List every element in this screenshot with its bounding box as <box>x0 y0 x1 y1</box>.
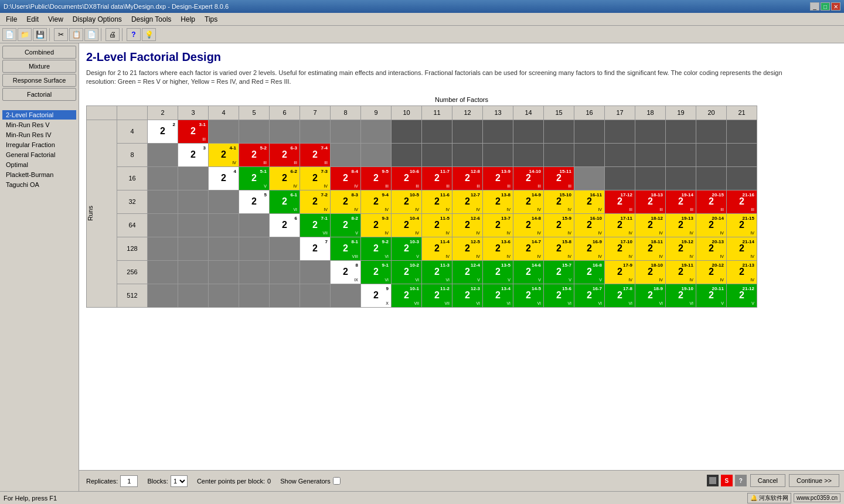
maximize-button[interactable]: □ <box>821 2 830 11</box>
sidebar-item-2level[interactable]: 2-Level Factorial <box>2 110 76 120</box>
toolbar-save[interactable]: 💾 <box>33 28 47 41</box>
cell-16-5[interactable]: 25-1V <box>239 166 270 190</box>
cell-128-18[interactable]: 218-11IV <box>635 237 666 260</box>
cell-512-10[interactable]: 210-1VII <box>392 284 422 307</box>
cell-64-12[interactable]: 212-6IV <box>452 213 483 237</box>
cell-128-15[interactable]: 215-8IV <box>544 237 574 260</box>
cell-256-8[interactable]: 28IX <box>331 260 361 284</box>
cell-512-19[interactable]: 219-10VI <box>666 284 696 307</box>
cell-16-15[interactable]: 215-11III <box>544 166 574 190</box>
menu-edit[interactable]: Edit <box>22 14 43 25</box>
cell-128-12[interactable]: 212-5IV <box>452 237 483 260</box>
cell-8-3[interactable]: 23 <box>178 143 209 166</box>
cell-128-9[interactable]: 29-2VI <box>361 237 392 260</box>
cell-16-14[interactable]: 214-10III <box>513 166 544 190</box>
cell-128-17[interactable]: 217-10IV <box>605 237 635 260</box>
cell-128-13[interactable]: 213-6IV <box>483 237 513 260</box>
cell-512-13[interactable]: 213-4VI <box>483 284 513 307</box>
close-button[interactable]: ✕ <box>831 2 840 11</box>
cell-16-11[interactable]: 211-7III <box>422 166 452 190</box>
cell-64-7[interactable]: 27-1VII <box>300 213 331 237</box>
cell-256-20[interactable]: 220-12IV <box>696 260 727 284</box>
menu-display-options[interactable]: Display Options <box>68 14 127 25</box>
cell-256-11[interactable]: 211-3VI <box>422 260 452 284</box>
cell-32-15[interactable]: 215-10IV <box>544 190 574 213</box>
cell-512-11[interactable]: 211-2VII <box>422 284 452 307</box>
cell-256-15[interactable]: 215-7V <box>544 260 574 284</box>
cell-32-10[interactable]: 210-5IV <box>392 190 422 213</box>
toolbar-icon-1[interactable] <box>707 475 719 486</box>
toolbar-tips[interactable]: 💡 <box>142 28 156 41</box>
cell-128-16[interactable]: 216-9IV <box>574 237 605 260</box>
cell-128-11[interactable]: 211-4IV <box>422 237 452 260</box>
cell-16-13[interactable]: 213-9III <box>483 166 513 190</box>
sidebar-tab-combined[interactable]: Combined <box>2 46 76 59</box>
cell-16-10[interactable]: 210-6III <box>392 166 422 190</box>
cell-512-15[interactable]: 215-6VI <box>544 284 574 307</box>
cell-4-3[interactable]: 23-1III <box>178 120 209 143</box>
cell-256-13[interactable]: 213-5V <box>483 260 513 284</box>
cell-256-17[interactable]: 217-9IV <box>605 260 635 284</box>
cell-128-8[interactable]: 28-1VIII <box>331 237 361 260</box>
cell-64-10[interactable]: 210-4IV <box>392 213 422 237</box>
cell-32-21[interactable]: 221-16III <box>727 190 757 213</box>
cell-64-16[interactable]: 216-10IV <box>574 213 605 237</box>
cell-32-6[interactable]: 26-1VI <box>270 190 300 213</box>
toolbar-icon-2[interactable]: S <box>721 475 733 486</box>
sidebar-item-plackett[interactable]: Plackett-Burman <box>2 170 76 179</box>
cell-64-8[interactable]: 28-2V <box>331 213 361 237</box>
menu-view[interactable]: View <box>43 14 68 25</box>
cell-16-9[interactable]: 29-5III <box>361 166 392 190</box>
menu-design-tools[interactable]: Design Tools <box>127 14 176 25</box>
minimize-button[interactable]: _ <box>810 2 819 11</box>
cell-256-9[interactable]: 29-1VI <box>361 260 392 284</box>
cell-512-17[interactable]: 217-8VI <box>605 284 635 307</box>
cell-32-17[interactable]: 217-12III <box>605 190 635 213</box>
cell-32-14[interactable]: 214-9IV <box>513 190 544 213</box>
cell-64-17[interactable]: 217-11IV <box>605 213 635 237</box>
sidebar-tab-factorial[interactable]: Factorial <box>2 88 76 101</box>
toolbar-print[interactable]: 🖨 <box>106 28 120 41</box>
cell-16-6[interactable]: 26-2IV <box>270 166 300 190</box>
window-controls[interactable]: _ □ ✕ <box>810 2 840 11</box>
cell-8-6[interactable]: 26-3III <box>270 143 300 166</box>
cell-512-21[interactable]: 221-12V <box>727 284 757 307</box>
cell-16-4[interactable]: 24 <box>209 166 239 190</box>
cancel-button[interactable]: Cancel <box>750 474 785 487</box>
cell-64-14[interactable]: 214-8IV <box>513 213 544 237</box>
cell-256-21[interactable]: 221-13IV <box>727 260 757 284</box>
sidebar-item-taguchi[interactable]: Taguchi OA <box>2 180 76 189</box>
cell-32-5[interactable]: 25 <box>239 190 270 213</box>
cell-16-12[interactable]: 212-8III <box>452 166 483 190</box>
cell-256-19[interactable]: 219-11IV <box>666 260 696 284</box>
cell-128-19[interactable]: 219-12IV <box>666 237 696 260</box>
cell-32-19[interactable]: 219-14III <box>666 190 696 213</box>
toolbar-new[interactable]: 📄 <box>2 28 16 41</box>
cell-8-5[interactable]: 25-2III <box>239 143 270 166</box>
menu-help[interactable]: Help <box>176 14 200 25</box>
cell-8-4[interactable]: 24-1IV <box>209 143 239 166</box>
cell-512-9[interactable]: 29X <box>361 284 392 307</box>
sidebar-item-minrun4[interactable]: Min-Run Res IV <box>2 130 76 139</box>
replicates-input[interactable] <box>120 475 138 487</box>
toolbar-icon-3[interactable]: ? <box>735 475 747 486</box>
cell-512-16[interactable]: 216-7VI <box>574 284 605 307</box>
cell-64-9[interactable]: 29-3IV <box>361 213 392 237</box>
cell-64-21[interactable]: 221-15IV <box>727 213 757 237</box>
cell-256-16[interactable]: 216-8V <box>574 260 605 284</box>
cell-32-8[interactable]: 28-3IV <box>331 190 361 213</box>
cell-4-2[interactable]: 22 <box>148 120 178 143</box>
cell-32-11[interactable]: 211-6IV <box>422 190 452 213</box>
sidebar-item-general[interactable]: General Factorial <box>2 150 76 159</box>
cell-32-18[interactable]: 218-13III <box>635 190 666 213</box>
cell-64-20[interactable]: 220-14IV <box>696 213 727 237</box>
cell-128-10[interactable]: 210-3V <box>392 237 422 260</box>
cell-32-20[interactable]: 220-15III <box>696 190 727 213</box>
sidebar-tab-response-surface[interactable]: Response Surface <box>2 74 76 87</box>
cell-256-14[interactable]: 214-6V <box>513 260 544 284</box>
blocks-select[interactable]: 1 2 4 <box>171 475 188 487</box>
cell-16-8[interactable]: 28-4IV <box>331 166 361 190</box>
cell-32-13[interactable]: 213-8IV <box>483 190 513 213</box>
cell-512-12[interactable]: 212-3VI <box>452 284 483 307</box>
menu-file[interactable]: File <box>1 14 22 25</box>
